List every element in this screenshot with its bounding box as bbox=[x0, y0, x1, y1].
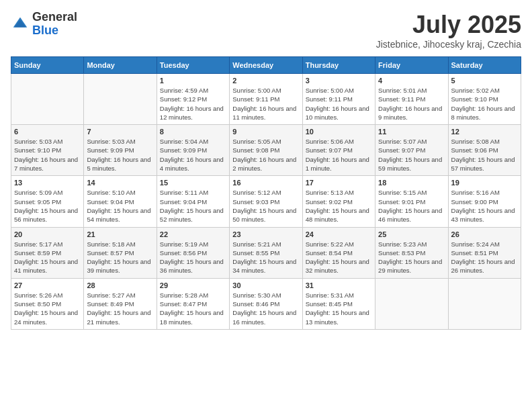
day-number: 25 bbox=[378, 230, 445, 238]
calendar-day-cell: 28Sunrise: 5:27 AM Sunset: 8:49 PM Dayli… bbox=[84, 278, 157, 329]
location-subtitle: Jistebnice, Jihocesky kraj, Czechia bbox=[376, 39, 521, 50]
calendar-day-cell: 24Sunrise: 5:22 AM Sunset: 8:54 PM Dayli… bbox=[302, 227, 375, 278]
weekday-header: Wednesday bbox=[230, 57, 302, 74]
day-number: 6 bbox=[14, 128, 81, 136]
calendar-day-cell bbox=[448, 278, 521, 329]
calendar-day-cell: 12Sunrise: 5:08 AM Sunset: 9:06 PM Dayli… bbox=[448, 125, 521, 176]
day-number: 9 bbox=[232, 128, 299, 136]
logo-icon bbox=[11, 15, 30, 34]
calendar-day-cell: 1Sunrise: 4:59 AM Sunset: 9:12 PM Daylig… bbox=[157, 74, 229, 125]
day-info: Sunrise: 5:17 AM Sunset: 8:59 PM Dayligh… bbox=[14, 240, 81, 275]
day-info: Sunrise: 5:06 AM Sunset: 9:07 PM Dayligh… bbox=[306, 137, 372, 173]
calendar-week-row: 1Sunrise: 4:59 AM Sunset: 9:12 PM Daylig… bbox=[11, 74, 521, 125]
weekday-header: Saturday bbox=[448, 57, 521, 74]
day-info: Sunrise: 5:18 AM Sunset: 8:57 PM Dayligh… bbox=[87, 240, 153, 275]
calendar-day-cell: 3Sunrise: 5:00 AM Sunset: 9:11 PM Daylig… bbox=[302, 74, 375, 125]
calendar-day-cell: 6Sunrise: 5:03 AM Sunset: 9:10 PM Daylig… bbox=[11, 125, 84, 176]
day-number: 15 bbox=[160, 179, 226, 187]
day-info: Sunrise: 5:22 AM Sunset: 8:54 PM Dayligh… bbox=[306, 240, 372, 275]
calendar-day-cell: 31Sunrise: 5:31 AM Sunset: 8:45 PM Dayli… bbox=[302, 278, 375, 329]
day-info: Sunrise: 5:16 AM Sunset: 9:00 PM Dayligh… bbox=[451, 188, 518, 224]
day-number: 5 bbox=[451, 77, 518, 85]
calendar-week-row: 20Sunrise: 5:17 AM Sunset: 8:59 PM Dayli… bbox=[11, 227, 521, 278]
day-number: 14 bbox=[87, 179, 153, 187]
day-info: Sunrise: 5:10 AM Sunset: 9:04 PM Dayligh… bbox=[87, 188, 153, 224]
day-number: 13 bbox=[14, 179, 81, 187]
calendar-week-row: 6Sunrise: 5:03 AM Sunset: 9:10 PM Daylig… bbox=[11, 125, 521, 176]
weekday-header: Monday bbox=[84, 57, 157, 74]
day-info: Sunrise: 5:23 AM Sunset: 8:53 PM Dayligh… bbox=[378, 240, 445, 275]
day-number: 18 bbox=[378, 179, 445, 187]
calendar-day-cell: 4Sunrise: 5:01 AM Sunset: 9:11 PM Daylig… bbox=[375, 74, 448, 125]
calendar-day-cell: 14Sunrise: 5:10 AM Sunset: 9:04 PM Dayli… bbox=[84, 176, 157, 227]
calendar-day-cell: 9Sunrise: 5:05 AM Sunset: 9:08 PM Daylig… bbox=[230, 125, 302, 176]
calendar-day-cell: 25Sunrise: 5:23 AM Sunset: 8:53 PM Dayli… bbox=[375, 227, 448, 278]
day-number: 3 bbox=[306, 77, 372, 85]
day-info: Sunrise: 5:31 AM Sunset: 8:45 PM Dayligh… bbox=[306, 291, 372, 326]
calendar-day-cell: 13Sunrise: 5:09 AM Sunset: 9:05 PM Dayli… bbox=[11, 176, 84, 227]
day-number: 30 bbox=[232, 281, 299, 289]
day-info: Sunrise: 4:59 AM Sunset: 9:12 PM Dayligh… bbox=[160, 86, 226, 122]
day-info: Sunrise: 5:12 AM Sunset: 9:03 PM Dayligh… bbox=[232, 188, 299, 224]
day-info: Sunrise: 5:09 AM Sunset: 9:05 PM Dayligh… bbox=[14, 188, 81, 224]
calendar-day-cell: 27Sunrise: 5:26 AM Sunset: 8:50 PM Dayli… bbox=[11, 278, 84, 329]
title-block: July 2025 Jistebnice, Jihocesky kraj, Cz… bbox=[376, 11, 521, 50]
calendar-day-cell bbox=[84, 74, 157, 125]
logo-general-text: General bbox=[32, 11, 77, 24]
calendar-day-cell: 5Sunrise: 5:02 AM Sunset: 9:10 PM Daylig… bbox=[448, 74, 521, 125]
day-number: 23 bbox=[232, 230, 299, 238]
calendar-day-cell: 20Sunrise: 5:17 AM Sunset: 8:59 PM Dayli… bbox=[11, 227, 84, 278]
calendar-day-cell: 17Sunrise: 5:13 AM Sunset: 9:02 PM Dayli… bbox=[302, 176, 375, 227]
day-number: 19 bbox=[451, 179, 518, 187]
day-info: Sunrise: 5:01 AM Sunset: 9:11 PM Dayligh… bbox=[378, 86, 445, 122]
day-info: Sunrise: 5:08 AM Sunset: 9:06 PM Dayligh… bbox=[451, 137, 518, 173]
calendar-day-cell: 18Sunrise: 5:15 AM Sunset: 9:01 PM Dayli… bbox=[375, 176, 448, 227]
day-number: 16 bbox=[232, 179, 299, 187]
weekday-header-row: SundayMondayTuesdayWednesdayThursdayFrid… bbox=[11, 57, 521, 74]
day-number: 22 bbox=[160, 230, 226, 238]
day-info: Sunrise: 5:28 AM Sunset: 8:47 PM Dayligh… bbox=[160, 291, 226, 326]
calendar-day-cell: 2Sunrise: 5:00 AM Sunset: 9:11 PM Daylig… bbox=[230, 74, 302, 125]
day-number: 27 bbox=[14, 281, 81, 289]
day-number: 1 bbox=[160, 77, 226, 85]
day-number: 7 bbox=[87, 128, 153, 136]
calendar-day-cell: 23Sunrise: 5:21 AM Sunset: 8:55 PM Dayli… bbox=[230, 227, 302, 278]
day-info: Sunrise: 5:11 AM Sunset: 9:04 PM Dayligh… bbox=[160, 188, 226, 224]
weekday-header: Tuesday bbox=[157, 57, 229, 74]
day-number: 10 bbox=[306, 128, 372, 136]
day-info: Sunrise: 5:03 AM Sunset: 9:09 PM Dayligh… bbox=[87, 137, 153, 173]
day-number: 31 bbox=[306, 281, 372, 289]
calendar-day-cell: 30Sunrise: 5:30 AM Sunset: 8:46 PM Dayli… bbox=[230, 278, 302, 329]
day-number: 11 bbox=[378, 128, 445, 136]
calendar-day-cell: 7Sunrise: 5:03 AM Sunset: 9:09 PM Daylig… bbox=[84, 125, 157, 176]
day-number: 28 bbox=[87, 281, 153, 289]
calendar-day-cell: 8Sunrise: 5:04 AM Sunset: 9:09 PM Daylig… bbox=[157, 125, 229, 176]
weekday-header: Friday bbox=[375, 57, 448, 74]
day-info: Sunrise: 5:19 AM Sunset: 8:56 PM Dayligh… bbox=[160, 240, 226, 275]
day-number: 26 bbox=[451, 230, 518, 238]
calendar-day-cell bbox=[375, 278, 448, 329]
day-info: Sunrise: 5:30 AM Sunset: 8:46 PM Dayligh… bbox=[232, 291, 299, 326]
day-number: 2 bbox=[232, 77, 299, 85]
month-year-title: July 2025 bbox=[376, 11, 521, 39]
calendar-day-cell: 19Sunrise: 5:16 AM Sunset: 9:00 PM Dayli… bbox=[448, 176, 521, 227]
day-number: 12 bbox=[451, 128, 518, 136]
calendar-day-cell bbox=[11, 74, 84, 125]
day-info: Sunrise: 5:00 AM Sunset: 9:11 PM Dayligh… bbox=[232, 86, 299, 122]
calendar-table: SundayMondayTuesdayWednesdayThursdayFrid… bbox=[11, 56, 521, 330]
day-info: Sunrise: 5:21 AM Sunset: 8:55 PM Dayligh… bbox=[232, 240, 299, 275]
calendar-day-cell: 16Sunrise: 5:12 AM Sunset: 9:03 PM Dayli… bbox=[230, 176, 302, 227]
day-number: 20 bbox=[14, 230, 81, 238]
calendar-day-cell: 26Sunrise: 5:24 AM Sunset: 8:51 PM Dayli… bbox=[448, 227, 521, 278]
weekday-header: Thursday bbox=[302, 57, 375, 74]
day-info: Sunrise: 5:13 AM Sunset: 9:02 PM Dayligh… bbox=[306, 188, 372, 224]
day-info: Sunrise: 5:26 AM Sunset: 8:50 PM Dayligh… bbox=[14, 291, 81, 326]
day-info: Sunrise: 5:00 AM Sunset: 9:11 PM Dayligh… bbox=[306, 86, 372, 122]
day-number: 17 bbox=[306, 179, 372, 187]
day-info: Sunrise: 5:15 AM Sunset: 9:01 PM Dayligh… bbox=[378, 188, 445, 224]
page-header: General Blue July 2025 Jistebnice, Jihoc… bbox=[11, 11, 521, 50]
calendar-day-cell: 11Sunrise: 5:07 AM Sunset: 9:07 PM Dayli… bbox=[375, 125, 448, 176]
logo-blue-text: Blue bbox=[32, 24, 77, 38]
calendar-week-row: 13Sunrise: 5:09 AM Sunset: 9:05 PM Dayli… bbox=[11, 176, 521, 227]
day-number: 4 bbox=[378, 77, 445, 85]
